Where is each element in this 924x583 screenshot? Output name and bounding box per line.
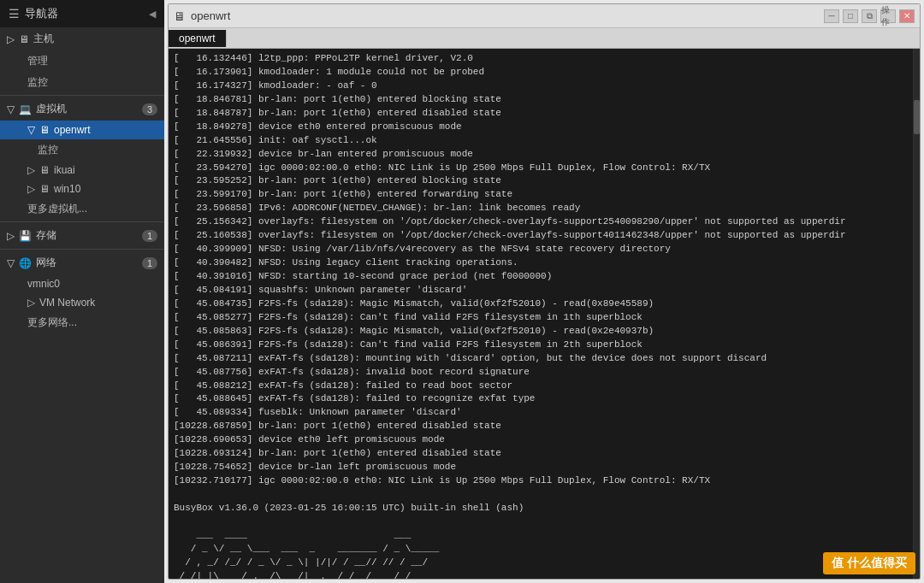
vm-window-icon: 🖥 (174, 9, 186, 23)
sidebar-item-label: ikuai (54, 164, 75, 176)
vm-icon-win10: 🖥 (39, 183, 50, 195)
sidebar-storage-label: 存储 (36, 228, 56, 243)
sidebar-group-vms[interactable]: ▽ 💻 虚拟机 3 (0, 97, 164, 121)
divider1 (0, 95, 164, 96)
maximize-button[interactable]: □ (843, 9, 858, 23)
sidebar: ☰ 导航器 ◀ ▷ 🖥 主机 管理 监控 ▽ 💻 虚拟机 3 ▽ 🖥 openw… (0, 0, 164, 583)
terminal-wrapper: [ 16.132446] l2tp_ppp: PPPoL2TP kernel d… (169, 49, 920, 579)
sidebar-title: 导航器 (25, 6, 58, 21)
sidebar-item-more-vms[interactable]: 更多虚拟机... (0, 198, 164, 220)
sidebar-item-win10[interactable]: ▷ 🖥 win10 (0, 180, 164, 198)
vm-icon-openwrt: 🖥 (39, 124, 50, 136)
vm-tab-bar: openwrt (169, 28, 920, 49)
sidebar-header: ☰ 导航器 ◀ (0, 0, 164, 27)
sidebar-hosts-label: 主机 (33, 32, 54, 46)
vm-window: 🖥 openwrt ─ □ ⧉ 操作 ✕ openwrt [ 16.132446… (168, 3, 921, 580)
expand-icon: ▷ (7, 33, 15, 45)
watermark-text: 值 什么值得买 (832, 556, 907, 569)
terminal-area[interactable]: [ 16.132446] l2tp_ppp: PPPoL2TP kernel d… (169, 49, 913, 579)
sidebar-item-manage[interactable]: 管理 (0, 50, 164, 72)
sidebar-item-ikuai[interactable]: ▷ 🖥 ikuai (0, 161, 164, 180)
terminal-scrollbar-thumb (914, 100, 920, 134)
vm-window-titlebar: 🖥 openwrt ─ □ ⧉ 操作 ✕ (169, 4, 920, 28)
sidebar-item-label: 更多网络... (27, 315, 77, 330)
vm-icon: 💻 (19, 103, 32, 115)
sidebar-vms-label: 虚拟机 (36, 102, 67, 116)
terminal-scrollbar[interactable] (913, 49, 920, 579)
expand-icon: ▷ (7, 230, 15, 242)
sidebar-item-label: vmnic0 (27, 278, 60, 290)
close-button[interactable]: ✕ (899, 9, 915, 23)
tab-label: openwrt (179, 32, 216, 44)
sidebar-group-network[interactable]: ▽ 🌐 网络 1 (0, 251, 164, 274)
storage-icon: 💾 (19, 230, 32, 242)
vm-icon-ikuai: 🖥 (39, 164, 50, 176)
sidebar-item-label: 监控 (27, 75, 48, 90)
storage-badge: 1 (142, 230, 157, 242)
sidebar-item-label: 监控 (38, 143, 58, 157)
vm-expand-icon: ▷ (27, 183, 35, 195)
navigator-icon: ☰ (9, 7, 20, 21)
sidebar-item-label: 更多虚拟机... (27, 202, 87, 216)
tab-openwrt[interactable]: openwrt (169, 30, 227, 47)
watermark: 值 什么值得买 (823, 552, 915, 574)
vm-window-controls: ─ □ ⧉ 操作 ✕ (824, 9, 915, 23)
expand-icon: ▽ (7, 257, 15, 269)
sidebar-network-label: 网络 (36, 256, 56, 270)
main-content: 🖥 openwrt ─ □ ⧉ 操作 ✕ openwrt [ 16.132446… (164, 0, 924, 583)
restore-button[interactable]: ⧉ (862, 9, 877, 23)
vm-expand-icon: ▽ (27, 124, 35, 136)
sidebar-group-hosts[interactable]: ▷ 🖥 主机 (0, 27, 164, 50)
host-icon: 🖥 (19, 33, 29, 45)
sidebar-item-more-network[interactable]: 更多网络... (0, 312, 164, 333)
sidebar-collapse-btn[interactable]: ◀ (149, 9, 156, 20)
divider2 (0, 221, 164, 222)
sidebar-item-label: 管理 (27, 54, 48, 68)
sidebar-item-label: VM Network (39, 297, 95, 309)
vm-expand-icon: ▷ (27, 164, 35, 176)
sidebar-item-vmnic0[interactable]: vmnic0 (0, 274, 164, 293)
sidebar-item-openwrt[interactable]: ▽ 🖥 openwrt (0, 121, 164, 139)
sidebar-item-vm-network[interactable]: ▷ VM Network (0, 293, 164, 312)
sidebar-item-monitor-host[interactable]: 监控 (0, 72, 164, 93)
expand-icon: ▷ (27, 297, 35, 309)
sidebar-item-label: win10 (54, 183, 80, 195)
vm-window-title: openwrt (191, 9, 230, 22)
network-badge: 1 (142, 257, 157, 269)
network-icon: 🌐 (19, 257, 32, 269)
sidebar-group-storage[interactable]: ▷ 💾 存储 1 (0, 224, 164, 247)
divider3 (0, 249, 164, 250)
action-button[interactable]: 操作 (880, 9, 896, 23)
minimize-button[interactable]: ─ (824, 9, 839, 23)
sidebar-item-label: openwrt (54, 124, 91, 136)
vms-badge: 3 (142, 103, 157, 115)
expand-icon: ▽ (7, 103, 15, 115)
sidebar-item-monitor-vm[interactable]: 监控 (0, 139, 164, 161)
